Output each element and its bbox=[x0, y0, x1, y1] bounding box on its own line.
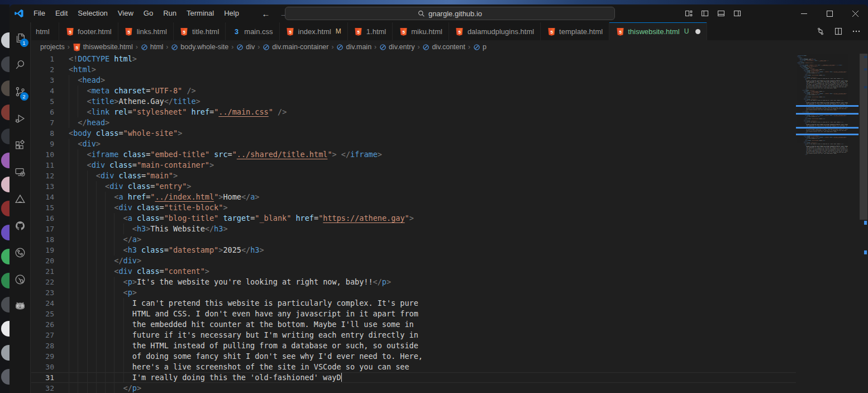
line-number[interactable]: 16 bbox=[31, 213, 54, 224]
tab-dalamudplugins.html[interactable]: 5dalamudplugins.html bbox=[449, 22, 541, 40]
line-number[interactable]: 13 bbox=[31, 181, 54, 192]
breadcrumb-item-projects[interactable]: projects bbox=[40, 43, 65, 51]
line-number[interactable]: 10 bbox=[31, 149, 54, 160]
menu-edit[interactable]: Edit bbox=[50, 4, 73, 22]
tab-miku.html[interactable]: 5miku.html bbox=[393, 22, 449, 40]
code-line-3[interactable]: 3<head> bbox=[31, 75, 796, 86]
line-number[interactable]: 31 bbox=[31, 372, 54, 383]
activity-godot-tools-icon[interactable] bbox=[9, 293, 31, 320]
line-number[interactable]: 2 bbox=[31, 64, 54, 75]
menu-go[interactable]: Go bbox=[139, 4, 158, 22]
line-number[interactable]: 25 bbox=[31, 309, 54, 319]
code-line-9[interactable]: 9<div> bbox=[31, 139, 796, 149]
breadcrumb-item-html[interactable]: html bbox=[141, 43, 164, 51]
breadcrumb-item-div.content[interactable]: div.content bbox=[422, 43, 465, 51]
code-line-8[interactable]: 8<body class="whole-site"> bbox=[31, 128, 796, 139]
code-line-19[interactable]: 19<h3 class="datestamp">2025</h3> bbox=[31, 245, 796, 255]
toggle-secondary-sidebar-icon[interactable] bbox=[733, 9, 742, 18]
activity-git-graph-icon[interactable] bbox=[9, 239, 31, 266]
code-line-17[interactable]: 17<h3>This Website</h3> bbox=[31, 224, 796, 234]
tab-links.html[interactable]: 5links.html bbox=[118, 22, 174, 40]
tab-index.html[interactable]: 5index.htmlM bbox=[280, 22, 348, 40]
activity-search-icon[interactable] bbox=[9, 51, 31, 78]
open-changes-icon[interactable] bbox=[813, 24, 828, 39]
line-number[interactable]: 1 bbox=[31, 54, 54, 64]
line-number[interactable]: 14 bbox=[31, 192, 54, 202]
unsaved-dot-icon[interactable] bbox=[695, 29, 700, 34]
code-line-12[interactable]: 12<div class="main"> bbox=[31, 171, 796, 181]
activity-run-and-debug-icon[interactable] bbox=[9, 105, 31, 132]
line-number[interactable]: 5 bbox=[31, 96, 54, 107]
line-number[interactable]: 19 bbox=[31, 245, 54, 255]
line-number[interactable]: 9 bbox=[31, 139, 54, 149]
code-line-27[interactable]: 27future if it's necessary but I'm writi… bbox=[31, 330, 796, 340]
menu-terminal[interactable]: Terminal bbox=[182, 4, 219, 22]
code-line-6[interactable]: 6<link rel="stylesheet" href="../main.cs… bbox=[31, 107, 796, 117]
activity-source-control-icon[interactable]: 2 bbox=[9, 78, 31, 105]
line-number[interactable]: 12 bbox=[31, 171, 54, 181]
tab-html[interactable]: html bbox=[31, 22, 59, 40]
breadcrumb-item-div[interactable]: div bbox=[236, 43, 255, 51]
customize-layout-icon[interactable] bbox=[684, 9, 693, 18]
code-line-31[interactable]: 31I'm really doing this the 'old-fashion… bbox=[31, 372, 796, 383]
close-button[interactable] bbox=[842, 4, 868, 22]
line-number[interactable]: 23 bbox=[31, 287, 54, 298]
code-line-22[interactable]: 22<p>It's the website you're looking at … bbox=[31, 277, 796, 287]
menu-run[interactable]: Run bbox=[158, 4, 182, 22]
code-line-13[interactable]: 13<div class="entry"> bbox=[31, 181, 796, 192]
line-number[interactable]: 15 bbox=[31, 202, 54, 213]
command-center[interactable]: gnargle.github.io bbox=[285, 7, 615, 20]
line-number[interactable]: 3 bbox=[31, 75, 54, 86]
line-number[interactable]: 20 bbox=[31, 255, 54, 266]
menu-help[interactable]: Help bbox=[219, 4, 244, 22]
tab-footer.html[interactable]: 5footer.html bbox=[59, 22, 118, 40]
line-number[interactable]: 32 bbox=[31, 383, 54, 393]
line-number[interactable]: 4 bbox=[31, 86, 54, 96]
line-number[interactable]: 18 bbox=[31, 234, 54, 245]
activity-github-icon[interactable] bbox=[9, 212, 31, 239]
code-line-16[interactable]: 16<a class="blog-title" target="_blank" … bbox=[31, 213, 796, 224]
breadcrumb-item-p[interactable]: p bbox=[473, 43, 487, 51]
maximize-button[interactable] bbox=[817, 4, 842, 22]
editor-scrollbar[interactable] bbox=[859, 54, 868, 393]
code-line-28[interactable]: 28the HTML instead of pulling from a dat… bbox=[31, 340, 796, 351]
menu-file[interactable]: File bbox=[28, 4, 50, 22]
menu-selection[interactable]: Selection bbox=[73, 4, 112, 22]
code-line-18[interactable]: 18</a> bbox=[31, 234, 796, 245]
line-number[interactable]: 7 bbox=[31, 117, 54, 128]
code-line-26[interactable]: 26the embedded hit counter at the bottom… bbox=[31, 319, 796, 330]
code-line-29[interactable]: 29of doing some fancy shit I don't see w… bbox=[31, 351, 796, 362]
more-actions-icon[interactable] bbox=[849, 24, 864, 39]
code-line-30[interactable]: 30here's a live screenshot of the site i… bbox=[31, 362, 796, 372]
line-number[interactable]: 27 bbox=[31, 330, 54, 340]
minimap[interactable]: <!DOCTYPE html><html> <head> <meta chars… bbox=[796, 54, 859, 393]
line-number[interactable]: 11 bbox=[31, 160, 54, 171]
code-line-10[interactable]: 10<iframe class="embed-title" src="../sh… bbox=[31, 149, 796, 160]
activity-gitlens-search-icon[interactable] bbox=[9, 266, 31, 293]
line-number[interactable]: 30 bbox=[31, 362, 54, 372]
line-number[interactable]: 21 bbox=[31, 266, 54, 277]
line-number[interactable]: 6 bbox=[31, 107, 54, 117]
tab-thiswebsite.html[interactable]: 5thiswebsite.htmlU bbox=[609, 22, 707, 40]
tab-title.html[interactable]: 5title.html bbox=[174, 22, 226, 40]
activity-extensions-icon[interactable] bbox=[9, 132, 31, 159]
minimize-button[interactable] bbox=[791, 4, 817, 22]
line-number[interactable]: 22 bbox=[31, 277, 54, 287]
toggle-panel-icon[interactable] bbox=[717, 9, 726, 18]
line-number[interactable]: 24 bbox=[31, 298, 54, 309]
line-number[interactable]: 28 bbox=[31, 340, 54, 351]
code-line-7[interactable]: 7</head> bbox=[31, 117, 796, 128]
toggle-primary-sidebar-icon[interactable] bbox=[700, 9, 709, 18]
code-line-25[interactable]: 25HTML and CSS. I don't even have any ja… bbox=[31, 309, 796, 319]
tab-template.html[interactable]: 5template.html bbox=[541, 22, 609, 40]
tab-1.html[interactable]: 51.html bbox=[348, 22, 393, 40]
tab-main.css[interactable]: 3main.css bbox=[226, 22, 279, 40]
activity-triangle-extension-icon[interactable] bbox=[9, 186, 31, 212]
code-line-24[interactable]: 24I can't pretend this website is partic… bbox=[31, 298, 796, 309]
breadcrumb-item-body.whole-site[interactable]: body.whole-site bbox=[171, 43, 228, 51]
code-editor[interactable]: 1<!DOCTYPE html>2<html>3<head>4<meta cha… bbox=[31, 54, 796, 393]
menu-view[interactable]: View bbox=[113, 4, 139, 22]
activity-remote-explorer-icon[interactable] bbox=[9, 159, 31, 186]
split-editor-icon[interactable] bbox=[831, 24, 846, 39]
code-line-14[interactable]: 14<a href="../index.html">Home</a> bbox=[31, 192, 796, 202]
